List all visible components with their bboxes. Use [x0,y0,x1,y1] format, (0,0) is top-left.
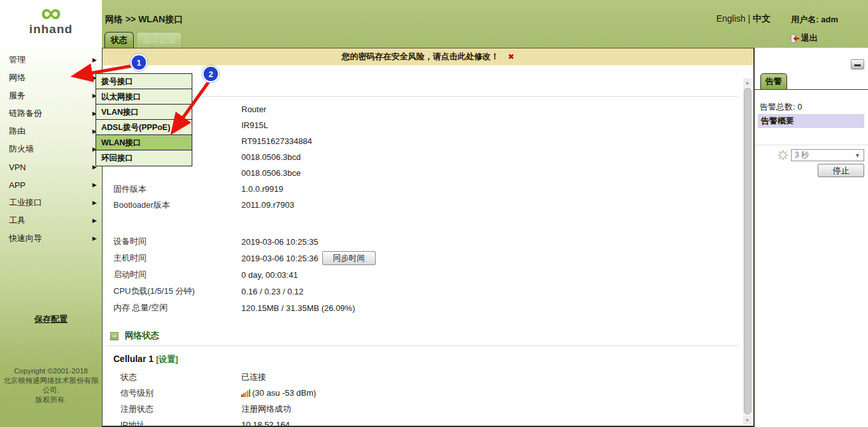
menu-item-wlan-interface[interactable]: WLAN接口 [96,135,192,150]
logo-area: ∞ inhand [0,0,102,48]
lang-chinese-link[interactable]: 中文 [753,13,771,24]
refresh-interval-value: 3 秒 [795,150,809,159]
refresh-interval-select[interactable]: 3 秒 ▼ [791,149,864,161]
sidebar-item-firewall[interactable]: 防火墙 ▶ [0,140,102,158]
copyright: Copyright ©2001-2018 北京映翰通网络技术股份有限公司. 版权… [1,366,101,405]
row-label: 启动时间 [103,269,241,280]
row-label: 注册状态 [103,403,241,415]
row-value: 120.15MB / 31.35MB (26.09%) [241,303,355,313]
minimize-button[interactable]: ▬ [851,59,864,69]
router-admin-page: 网络 >> WLAN接口 状态 基本设置 English | 中文 用户名: a… [0,0,868,427]
sidebar-item-routing[interactable]: 路由 ▶ [0,122,102,140]
section-divider [108,345,738,346]
menu-item-ethernet-interface[interactable]: 以太网接口 [96,89,192,105]
submenu-arrow-icon: ▶ [92,217,97,224]
chevron-down-icon: ▼ [855,150,860,161]
sidebar-item-label: 快速向导 [9,233,42,244]
logout-label: 退出 [801,33,818,44]
menu-item-vlan-interface[interactable]: VLAN接口 [96,105,192,120]
network-submenu: 拨号接口 以太网接口 VLAN接口 ADSL拨号(PPPoE) WLAN接口 环… [96,73,192,166]
table-row: CPU负载(1/5/15 分钟)0.16 / 0.23 / 0.12 [103,283,738,300]
brand-wordmark: inhand [18,23,84,36]
submenu-arrow-icon: ▶ [92,182,97,188]
row-value: 注册网络成功 [241,403,291,415]
copyright-line: 版权所有. [35,396,66,403]
password-warning-banner[interactable]: 您的密码存在安全风险，请点击此处修改！ ✖ [103,48,753,66]
sidebar-item-vpn[interactable]: VPN ▶ [0,158,102,176]
main-content: 您的密码存在安全风险，请点击此处修改！ ✖ Router IR915L RT91… [102,48,753,427]
row-value: 0 day, 00:03:41 [241,270,298,280]
sidebar-item-industrial[interactable]: 工业接口 ▶ [0,194,102,212]
sidebar-item-label: 路由 [9,126,25,137]
sidebar-item-tools[interactable]: 工具 ▶ [0,212,102,229]
alarm-summary-item[interactable]: 告警概要 [758,114,864,128]
scroll-down-icon[interactable]: ▼ [743,416,751,424]
table-row: 设备时间2019-03-06 10:25:35 [103,233,738,250]
sidebar-item-label: APP [9,180,25,190]
sidebar-menu: 管理 ▶ 网络 ▶ 服务 ▶ 链路备份 ▶ 路由 ▶ 防火墙 ▶ [0,51,102,247]
alarm-panel: 告警 ▬ 告警总数: 0 告警概要 3 秒 ▼ 停止 [753,48,868,427]
sidebar-item-app[interactable]: APP ▶ [0,176,102,194]
row-label: 状态 [103,372,241,383]
row-value: 10.18.52.164 [241,420,290,427]
cellular-status-table: 状态已连接 信号级别 (30 asu -53 dBm) 注册状态注册网络成功 I… [103,369,738,427]
table-row: Bootloader版本2011.09.r7903 [103,197,738,213]
scrollbar-thumb[interactable] [744,88,751,414]
submenu-arrow-icon: ▶ [92,199,97,206]
cellular-settings-link[interactable]: [设置] [156,354,178,364]
save-config-link[interactable]: 保存配置 [34,314,68,324]
logout-icon [790,34,800,43]
logout-button[interactable]: 退出 [790,33,818,44]
lang-separator: | [748,13,750,24]
breadcrumb: 网络 >> WLAN接口 [105,14,183,25]
collapse-minus-icon[interactable]: − [110,332,118,340]
table-row: IR915L [103,117,738,133]
sidebar-item-label: VPN [9,163,26,172]
scroll-up-icon[interactable]: ▲ [743,78,751,87]
row-value: 1.0.0.r9919 [241,184,283,194]
sidebar-item-network[interactable]: 网络 ▶ [0,69,102,87]
menu-item-adsl-pppoe[interactable]: ADSL拨号(PPPoE) [96,120,192,135]
table-row: 内存 总量/空闲120.15MB / 31.35MB (26.09%) [103,300,738,316]
table-row: RT9151627334884 [103,133,738,149]
copyright-line: Copyright ©2001-2018 [14,367,88,375]
cellular-heading: Cellular 1 [设置] [113,354,178,365]
tab-basic-settings[interactable]: 基本设置 [136,32,182,48]
tab-alarm[interactable]: 告警 [760,73,787,89]
row-value: 0018.0506.3bce [241,168,301,178]
signal-bars-icon [241,389,251,397]
copyright-line: 北京映翰通网络技术股份有限公司. [3,377,99,394]
menu-item-dialup-interface[interactable]: 拨号接口 [96,74,192,89]
table-row: 主机时间 2019-03-06 10:25:36 同步时间 [103,250,738,266]
close-icon[interactable]: ✖ [508,52,514,61]
row-value: 2019-03-06 10:25:35 [241,237,318,247]
table-row: 注册状态注册网络成功 [103,401,738,417]
sidebar-item-services[interactable]: 服务 ▶ [0,87,102,105]
sidebar-item-label: 服务 [9,90,25,101]
tab-status[interactable]: 状态 [104,32,134,48]
sidebar-item-wizard[interactable]: 快速向导 ▶ [0,229,102,247]
sidebar-item-label: 防火墙 [9,143,34,155]
lang-english-link[interactable]: English [716,13,746,24]
dotted-divider [755,145,868,145]
stop-refresh-button[interactable]: 停止 [818,164,864,177]
row-value: IR915L [241,120,268,130]
table-row: Router [103,101,738,117]
system-status-table: Router IR915L RT9151627334884 0018.0506.… [103,101,738,213]
row-value: (30 asu -53 dBm) [252,388,316,398]
username-label: 用户名: adm [791,14,838,25]
sidebar-item-admin[interactable]: 管理 ▶ [0,51,102,69]
row-label: IP地址 [103,419,241,427]
sync-time-button[interactable]: 同步时间 [322,251,376,265]
sidebar: 管理 ▶ 网络 ▶ 服务 ▶ 链路备份 ▶ 路由 ▶ 防火墙 ▶ [0,48,102,427]
section-divider [108,96,738,97]
menu-item-loopback-interface[interactable]: 环回接口 [96,150,192,166]
row-label: 内存 总量/空闲 [103,302,241,314]
table-row: 0018.0506.3bcd [103,149,738,165]
submenu-arrow-icon: ▶ [92,57,97,63]
sidebar-item-link-backup[interactable]: 链路备份 ▶ [0,105,102,122]
vertical-scrollbar[interactable]: ▲ ▼ [743,78,751,424]
tab-bar: 状态 基本设置 [104,32,185,48]
alarm-total: 告警总数: 0 [760,101,802,113]
row-label: Bootloader版本 [103,199,241,211]
